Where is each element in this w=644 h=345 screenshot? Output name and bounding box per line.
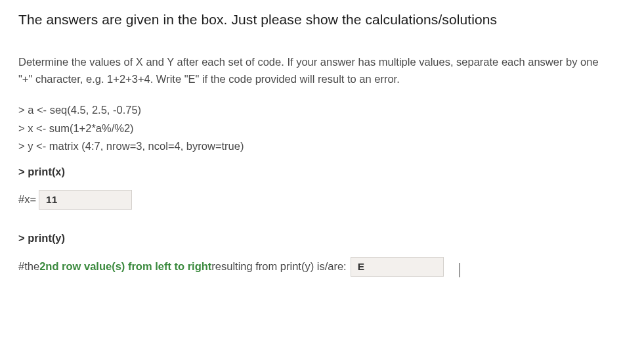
answer-x-row: #x= [18, 190, 132, 210]
code-line-y: > y <- matrix (4:7, nrow=3, ncol=4, byro… [18, 138, 626, 155]
footer-prefix: #the [18, 258, 39, 275]
answer-y-input[interactable] [351, 257, 444, 277]
print-x-line: > print(x) [18, 166, 626, 178]
text-cursor [460, 263, 460, 277]
footer-highlight: 2nd row value(s) from left to right [39, 258, 211, 275]
code-line-a: > a <- seq(4.5, 2.5, -0.75) [18, 102, 626, 119]
code-line-x: > x <- sum(1+2*a%/%2) [18, 120, 626, 137]
footer-suffix: resulting from print(y) is/are: [211, 258, 346, 275]
answer-x-label: #x= [18, 193, 36, 206]
print-y-line: > print(y) [18, 232, 626, 244]
page-title: The answers are given in the box. Just p… [18, 12, 626, 28]
answer-y-row: #the 2nd row value(s) from left to right… [18, 256, 626, 277]
instructions-text: Determine the values of X and Y after ea… [18, 54, 609, 87]
answer-x-input[interactable] [39, 190, 132, 210]
